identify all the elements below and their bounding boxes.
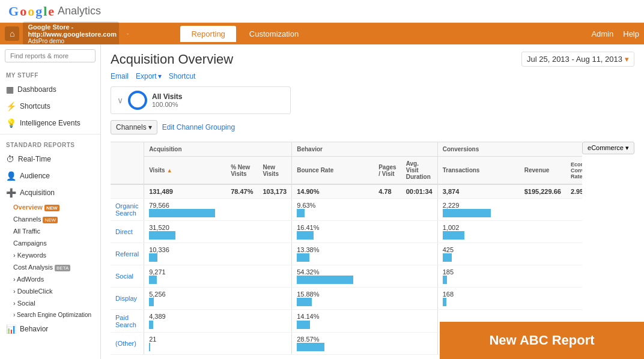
sidebar-subitem-costanalysis[interactable]: Cost AnalysisBETA xyxy=(0,261,100,273)
sidebar-item-acquisition[interactable]: ➕ Acquisition xyxy=(0,184,100,201)
shortcuts-icon: ⚡ xyxy=(6,101,16,111)
home-button[interactable]: ⌂ xyxy=(5,26,19,41)
sidebar-item-intelligence[interactable]: 💡 Intelligence Events xyxy=(0,115,100,131)
sidebar-item-label: Intelligence Events xyxy=(20,119,80,127)
summary-pct-new: 78.47% xyxy=(226,184,258,199)
sidebar-item-label: Dashboards xyxy=(17,85,56,94)
conversions-section-header: Conversions xyxy=(437,142,582,157)
sidebar-item-audience[interactable]: 👤 Audience xyxy=(0,167,100,184)
channel-link[interactable]: Display xyxy=(115,295,137,302)
channels-label: Channels xyxy=(116,123,147,131)
export-arrow: ▾ xyxy=(158,72,162,80)
summary-new-visits: 103,173 xyxy=(258,184,291,199)
dashboards-icon: ▦ xyxy=(6,85,14,94)
date-range-text: Jul 25, 2013 - Aug 11, 2013 xyxy=(527,55,622,64)
nav-bar: ⌂ Google Store - http://www.googlestore.… xyxy=(0,23,644,44)
sidebar-subitem-alltraffic[interactable]: All Traffic xyxy=(0,225,100,237)
pages-visit-col[interactable]: Pages / Visit xyxy=(374,157,401,185)
sidebar-subitem-social[interactable]: › Social xyxy=(0,297,100,309)
ecommerce-arrow: ▾ xyxy=(625,144,629,151)
date-range-picker[interactable]: Jul 25, 2013 - Aug 11, 2013 ▾ xyxy=(521,52,634,67)
shortcut-button[interactable]: Shortcut xyxy=(169,72,196,80)
nav-right: Admin Help xyxy=(591,29,639,38)
channels-arrow: ▾ xyxy=(148,123,152,131)
customization-tab[interactable]: Customization xyxy=(238,26,309,42)
sidebar-subitem-channels[interactable]: ChannelsNEW xyxy=(0,213,100,225)
main-layout: MY STUFF ▦ Dashboards ⚡ Shortcuts 💡 Inte… xyxy=(0,44,644,359)
content-header: Acquisition Overview Jul 25, 2013 - Aug … xyxy=(111,52,634,67)
sidebar: MY STUFF ▦ Dashboards ⚡ Shortcuts 💡 Inte… xyxy=(0,44,101,359)
visits-col[interactable]: Visits▲ xyxy=(144,157,226,185)
sidebar-item-label: Audience xyxy=(20,172,50,180)
admin-link[interactable]: Admin xyxy=(591,29,613,38)
edit-channel-link[interactable]: Edit Channel Grouping xyxy=(162,123,235,131)
reporting-tab[interactable]: Reporting xyxy=(180,26,235,42)
bounce-rate-col[interactable]: Bounce Rate xyxy=(292,157,374,185)
segment-row: ∨ All Visits 100.00% xyxy=(111,86,291,114)
channel-link[interactable]: Organic Search xyxy=(115,202,139,217)
segment-chevron[interactable]: ∨ xyxy=(117,95,123,105)
summary-avg-duration: 00:01:34 xyxy=(401,184,438,199)
sidebar-subitem-overview[interactable]: OverviewNEW xyxy=(0,201,100,213)
acquisition-section-header: Acquisition xyxy=(144,142,292,157)
sidebar-subitem-doubleclick[interactable]: › DoubleClick xyxy=(0,285,100,297)
sidebar-item-dashboards[interactable]: ▦ Dashboards xyxy=(0,81,100,98)
export-label: Export xyxy=(136,72,157,80)
new-abc-report-banner[interactable]: New ABC Report xyxy=(440,322,644,359)
search-input[interactable] xyxy=(5,49,96,62)
email-button[interactable]: Email xyxy=(111,72,129,80)
realtime-icon: ⏱ xyxy=(6,154,14,164)
channel-link[interactable]: Social xyxy=(115,273,133,280)
sidebar-item-label: Shortcuts xyxy=(20,102,50,110)
channel-link[interactable]: Referral xyxy=(115,250,139,258)
content-area: Acquisition Overview Jul 25, 2013 - Aug … xyxy=(101,44,644,359)
table-row: Organic Search 79,566 9.63% 2,229 xyxy=(111,199,582,221)
channel-link[interactable]: Direct xyxy=(115,228,133,235)
sidebar-item-realtime[interactable]: ⏱ Real-Time xyxy=(0,151,100,167)
transactions-col[interactable]: Transactions xyxy=(437,157,520,185)
standard-reports-label: STANDARD REPORTS xyxy=(0,137,100,151)
analytics-label: Analytics xyxy=(58,5,101,17)
summary-row: 131,489 78.47% 103,173 14.90% 4.78 00:01… xyxy=(111,184,582,199)
date-range-arrow: ▾ xyxy=(625,55,629,64)
ecommerce-button[interactable]: eCommerce ▾ xyxy=(582,142,634,154)
sidebar-subitem-keywords[interactable]: › Keywords xyxy=(0,249,100,261)
segment-donut xyxy=(128,91,147,110)
channel-link[interactable]: (Other) xyxy=(115,340,136,347)
segment-label: All Visits xyxy=(152,92,182,101)
ecommerce-rate-col[interactable]: EcommerceConversionRate xyxy=(566,157,582,185)
summary-ecommerce-rate: 2.95% xyxy=(566,184,582,199)
sidebar-item-label: Behavior xyxy=(20,325,48,333)
new-visits-col[interactable]: New Visits xyxy=(258,157,291,185)
sidebar-subitem-adwords[interactable]: › AdWords xyxy=(0,273,100,285)
account-sub: AdsPro demo xyxy=(28,38,114,44)
behavior-section-header: Behavior xyxy=(292,142,438,157)
help-link[interactable]: Help xyxy=(623,29,639,38)
my-stuff-label: MY STUFF xyxy=(0,67,100,81)
sidebar-subitem-seo[interactable]: › Search Engine Optimization xyxy=(0,309,100,321)
sidebar-item-shortcuts[interactable]: ⚡ Shortcuts xyxy=(0,98,100,115)
summary-bounce: 14.90% xyxy=(292,184,374,199)
avg-visit-col[interactable]: Avg. VisitDuration xyxy=(401,157,438,185)
google-logo: Google xyxy=(8,4,54,19)
channel-col-header xyxy=(111,142,144,185)
pct-new-visits-col[interactable]: % New Visits xyxy=(226,157,258,185)
summary-revenue: $195,229.66 xyxy=(520,184,566,199)
sidebar-item-label: Acquisition xyxy=(20,189,55,197)
table-row: Referral 10,336 13.38% 425 xyxy=(111,243,582,265)
sidebar-item-behavior[interactable]: 📊 Behavior xyxy=(0,321,100,337)
channel-link[interactable]: Paid Search xyxy=(115,314,136,328)
page-title: Acquisition Overview xyxy=(111,52,233,67)
action-bar: Email Export ▾ Shortcut xyxy=(111,72,634,80)
ecommerce-label: eCommerce xyxy=(588,144,624,151)
revenue-col[interactable]: Revenue xyxy=(520,157,566,185)
summary-pages: 4.78 xyxy=(374,184,401,199)
sidebar-subitem-campaigns[interactable]: Campaigns xyxy=(0,237,100,249)
behavior-icon: 📊 xyxy=(6,324,16,334)
channels-button[interactable]: Channels ▾ xyxy=(111,120,157,134)
account-info[interactable]: Google Store - http://www.googlestore.co… xyxy=(23,22,119,46)
channels-bar: Channels ▾ Edit Channel Grouping xyxy=(111,120,634,134)
acquisition-icon: ➕ xyxy=(6,188,16,198)
export-dropdown[interactable]: Export ▾ xyxy=(136,72,162,80)
summary-transactions: 3,874 xyxy=(437,184,520,199)
